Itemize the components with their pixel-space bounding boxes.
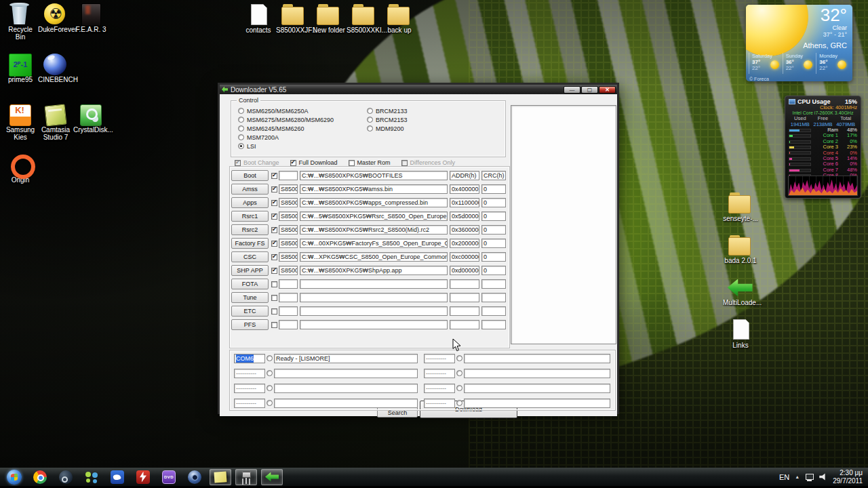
desktop-icon[interactable]: CINEBENCH — [38, 53, 73, 103]
model-field[interactable] — [279, 279, 298, 289]
desktop-icon[interactable]: contacts — [241, 3, 275, 34]
port-radio[interactable] — [456, 370, 462, 376]
desktop-icon[interactable] — [73, 53, 108, 103]
partition-button[interactable]: Tune — [231, 292, 269, 303]
window-titlebar[interactable]: Downloader V5.65 — ▢ ✕ — [220, 85, 617, 94]
desktop-icon[interactable]: F.E.A.R. 3 — [73, 3, 108, 53]
desktop-icon[interactable]: CrystalDisk... — [73, 103, 108, 153]
port-status-field[interactable] — [274, 399, 418, 408]
partition-button[interactable]: PFS — [231, 319, 269, 330]
desktop-icon[interactable]: senseyte-... — [719, 192, 762, 222]
checkbox[interactable] — [235, 160, 241, 166]
row-checkbox[interactable] — [271, 186, 277, 192]
chipset-radio[interactable]: BRCM2133 — [367, 107, 408, 115]
taskbar-item-messenger[interactable] — [81, 469, 102, 485]
row-checkbox[interactable] — [271, 241, 277, 247]
taskbar-item-steam[interactable] — [55, 469, 77, 485]
addr-field[interactable] — [450, 293, 479, 302]
file-path-field[interactable]: C:₩...₩S8500XPKG5₩BOOTFILES — [300, 171, 448, 180]
radio-button[interactable] — [238, 125, 244, 131]
desktop-icon[interactable]: Links — [719, 319, 762, 349]
crc-field[interactable]: 0 — [481, 211, 506, 221]
row-checkbox[interactable] — [271, 308, 277, 314]
port-radio[interactable] — [267, 355, 273, 361]
chipset-radio[interactable]: MSM6250/MSM6250A — [238, 107, 334, 115]
addr-field[interactable] — [450, 320, 479, 329]
crc-field[interactable]: 0 — [481, 266, 506, 275]
radio-button[interactable] — [238, 117, 244, 123]
weather-gadget[interactable]: 32° Clear 37° - 21° Athens, GRC Saturday… — [746, 5, 852, 81]
model-field[interactable] — [279, 293, 298, 302]
partition-button[interactable]: Rsrc2 — [231, 224, 269, 235]
model-field[interactable] — [279, 320, 298, 329]
row-checkbox[interactable] — [271, 214, 277, 220]
port-field[interactable]: ---------- — [424, 354, 455, 363]
port-radio[interactable] — [456, 400, 462, 406]
file-path-field[interactable]: C:₩...00XPKG5₩FactoryFs_S8500_Open_Europ… — [300, 239, 448, 248]
file-path-field[interactable] — [300, 293, 448, 302]
forecast-day[interactable]: Monday 36° 22° — [816, 53, 850, 74]
port-status-field[interactable]: Ready - [LISMORE] — [274, 354, 418, 363]
option-checkbox[interactable]: Master Rom — [349, 159, 391, 166]
radio-button[interactable] — [238, 143, 244, 149]
desktop-icon[interactable]: Recycle Bin — [3, 3, 38, 53]
addr-field[interactable] — [450, 279, 479, 289]
port-radio[interactable] — [456, 355, 462, 361]
port-field[interactable]: ---------- — [234, 369, 265, 378]
taskbar-item-blue-app[interactable] — [106, 469, 128, 485]
port-field[interactable]: ---------- — [424, 369, 455, 378]
row-checkbox[interactable] — [271, 254, 277, 260]
row-checkbox[interactable] — [271, 173, 277, 179]
forecast-day[interactable]: Saturday 37° 22° — [749, 53, 783, 74]
port-radio[interactable] — [267, 385, 273, 391]
partition-button[interactable]: ETC — [231, 306, 269, 317]
maximize-button[interactable]: ▢ — [581, 86, 598, 94]
crc-field[interactable]: 0 — [481, 184, 506, 194]
file-path-field[interactable]: C:₩...XPKG5₩CSC_S8500_Open_Europe_Common… — [300, 252, 448, 262]
language-indicator[interactable]: EN — [779, 473, 789, 481]
addr-field[interactable]: 0x1100000 — [450, 198, 479, 207]
model-field[interactable]: S8500 — [279, 184, 298, 194]
port-field[interactable]: COM6 — [234, 354, 265, 363]
chipset-radio[interactable]: MSM7200A — [238, 134, 334, 141]
model-field[interactable]: S8500 — [279, 266, 298, 275]
port-field[interactable]: ---------- — [424, 399, 455, 408]
file-path-field[interactable]: C:₩...₩S8500XPKG5₩apps_compressed.bin — [300, 198, 448, 207]
chipset-radio[interactable]: BRCM2153 — [367, 116, 408, 123]
checkbox[interactable] — [349, 160, 355, 166]
row-checkbox[interactable] — [271, 295, 277, 301]
desktop-icon[interactable]: bada 2.0.1 — [719, 234, 762, 264]
taskbar-item-dvd-app[interactable] — [158, 469, 180, 485]
crc-field[interactable]: 0 — [481, 239, 506, 248]
taskbar-item-sticky-notes[interactable] — [210, 469, 231, 485]
taskbar-item-multiloader[interactable] — [261, 469, 283, 485]
addr-field[interactable]: 0x3600000 — [450, 225, 479, 235]
port-status-field[interactable] — [464, 399, 610, 408]
minimize-button[interactable]: — — [564, 86, 580, 94]
cpu-meter-gadget[interactable]: CPU Usage 15% Clock: 4001MHz Intel Core … — [785, 96, 861, 199]
addr-field[interactable]: 0x5d00000 — [450, 211, 479, 221]
desktop-icon[interactable]: MultiLoade... — [719, 276, 762, 306]
port-status-field[interactable] — [274, 369, 418, 378]
crc-field[interactable] — [481, 279, 506, 289]
crc-field[interactable]: 0 — [481, 198, 506, 207]
partition-button[interactable]: SHP APP — [231, 265, 269, 276]
file-path-field[interactable]: C:₩...₩S8500XPKG5₩amss.bin — [300, 184, 448, 194]
taskbar-item-chrome[interactable] — [29, 469, 51, 485]
desktop-icon[interactable]: prime95 — [3, 53, 38, 103]
checkbox[interactable] — [290, 160, 296, 166]
crc-field[interactable] — [481, 306, 506, 316]
close-button[interactable]: ✕ — [599, 86, 616, 94]
port-radio[interactable] — [267, 400, 273, 406]
file-path-field[interactable]: C:₩...₩S8500XPKG5₩ShpApp.app — [300, 266, 448, 275]
desktop-icon[interactable]: back up — [382, 3, 416, 34]
addr-field[interactable]: 0xd0000000 — [450, 266, 479, 275]
desktop-icon[interactable]: S8500XXJF1... — [277, 3, 311, 34]
crc-field[interactable] — [481, 293, 506, 302]
row-checkbox[interactable] — [271, 322, 277, 328]
port-radio[interactable] — [267, 370, 273, 376]
chipset-radio[interactable]: MDM9200 — [367, 125, 408, 132]
file-path-field[interactable] — [300, 306, 448, 316]
port-radio[interactable] — [456, 385, 462, 391]
desktop-icon[interactable]: S8500XXKI... — [347, 3, 381, 34]
